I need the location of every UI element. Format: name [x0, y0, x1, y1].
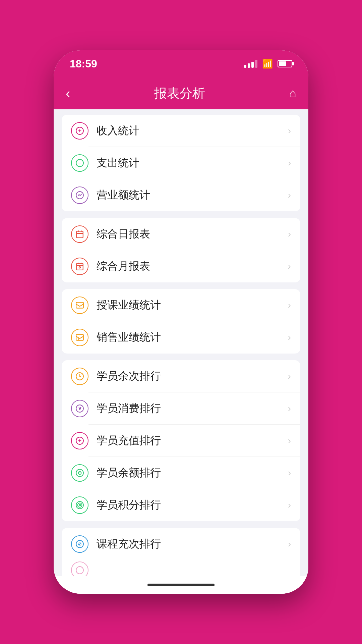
chevron-icon: ›: [288, 125, 291, 136]
phone-frame: 18:59 📶 ‹ 报表分析 ⌂: [54, 50, 308, 594]
signal-icon: [244, 60, 257, 68]
home-indicator: [147, 584, 215, 586]
svg-rect-12: [76, 302, 83, 308]
expense-stats-label: 支出统计: [97, 156, 288, 170]
section-performance: 授课业绩统计 › 销售业绩统计 ›: [62, 289, 300, 354]
chevron-icon: ›: [288, 468, 291, 478]
student-consumption-icon: [71, 400, 88, 417]
header: ‹ 报表分析 ⌂: [54, 77, 308, 109]
list-item-monthly-report[interactable]: 综合月报表 ›: [62, 250, 300, 282]
student-consumption-label: 学员消费排行: [97, 401, 288, 416]
list-item-sales-perf[interactable]: 销售业绩统计 ›: [62, 321, 300, 354]
section-student-rankings: 学员余次排行 › 学员消费排行 › 学员充值排行 ›: [62, 360, 300, 521]
income-stats-label: 收入统计: [97, 123, 288, 138]
list-item-student-consumption[interactable]: 学员消费排行 ›: [62, 392, 300, 425]
chevron-icon: ›: [288, 403, 291, 414]
svg-point-24: [78, 503, 82, 507]
list-item-teaching-perf[interactable]: 授课业绩统计 ›: [62, 289, 300, 321]
chevron-icon: ›: [288, 300, 291, 311]
daily-report-icon: [71, 225, 88, 243]
section-course-rankings: 课程充次排行 ›: [62, 528, 300, 576]
student-balance-icon: [71, 464, 88, 482]
list-item-student-remaining[interactable]: 学员余次排行 ›: [62, 360, 300, 392]
wifi-icon: 📶: [262, 59, 273, 69]
monthly-report-label: 综合月报表: [97, 259, 288, 274]
course-topup-icon: [71, 535, 88, 553]
chevron-icon: ›: [288, 229, 291, 239]
teaching-perf-label: 授课业绩统计: [97, 298, 288, 313]
chevron-icon: ›: [288, 371, 291, 382]
status-time: 18:59: [70, 58, 97, 70]
chevron-icon: ›: [288, 190, 291, 201]
more-icon: [71, 561, 88, 576]
bottom-bar: [54, 576, 308, 594]
svg-rect-3: [76, 231, 83, 238]
chevron-icon: ›: [288, 500, 291, 511]
list-item-expense-stats[interactable]: 支出统计 ›: [62, 147, 300, 179]
teaching-perf-icon: [71, 297, 88, 314]
svg-point-25: [79, 504, 80, 506]
student-remaining-label: 学员余次排行: [97, 369, 288, 384]
student-balance-label: 学员余额排行: [97, 466, 288, 480]
chevron-icon: ›: [288, 158, 291, 168]
status-bar: 18:59 📶: [54, 50, 308, 77]
status-icons: 📶: [244, 59, 292, 69]
chevron-icon: ›: [288, 539, 291, 549]
revenue-stats-label: 营业额统计: [97, 188, 288, 203]
svg-point-11: [79, 267, 80, 268]
section-income-stats: 收入统计 › 支出统计 › 营业额统计 ›: [62, 115, 300, 211]
battery-icon: [278, 60, 292, 67]
list-item-more-placeholder[interactable]: [62, 560, 300, 576]
sales-perf-label: 销售业绩统计: [97, 330, 288, 345]
page-title: 报表分析: [154, 85, 205, 102]
list-item-student-balance[interactable]: 学员余额排行 ›: [62, 457, 300, 489]
course-topup-label: 课程充次排行: [97, 537, 288, 551]
list-item-student-points[interactable]: 学员积分排行 ›: [62, 489, 300, 521]
home-button[interactable]: ⌂: [289, 86, 296, 100]
section-reports: 综合日报表 › 综合月报表 ›: [62, 218, 300, 282]
list-item-student-topup[interactable]: 学员充值排行 ›: [62, 425, 300, 457]
student-points-icon: [71, 496, 88, 514]
monthly-report-icon: [71, 258, 88, 275]
list-item-income-stats[interactable]: 收入统计 ›: [62, 115, 300, 147]
list-item-daily-report[interactable]: 综合日报表 ›: [62, 218, 300, 250]
income-stats-icon: [71, 122, 88, 140]
student-remaining-icon: [71, 368, 88, 385]
list-item-course-topup[interactable]: 课程充次排行 ›: [62, 528, 300, 560]
expense-stats-icon: [71, 154, 88, 172]
student-topup-icon: [71, 432, 88, 449]
content-area: 收入统计 › 支出统计 › 营业额统计 ›: [54, 109, 308, 576]
chevron-icon: ›: [288, 332, 291, 343]
list-item-revenue-stats[interactable]: 营业额统计 ›: [62, 179, 300, 211]
student-points-label: 学员积分排行: [97, 498, 288, 513]
chevron-icon: ›: [288, 261, 291, 272]
revenue-stats-icon: [71, 186, 88, 204]
svg-point-28: [76, 567, 83, 574]
chevron-icon: ›: [288, 435, 291, 446]
sales-perf-icon: [71, 329, 88, 346]
back-button[interactable]: ‹: [66, 87, 70, 100]
svg-rect-13: [76, 334, 83, 340]
daily-report-label: 综合日报表: [97, 227, 288, 241]
student-topup-label: 学员充值排行: [97, 433, 288, 448]
